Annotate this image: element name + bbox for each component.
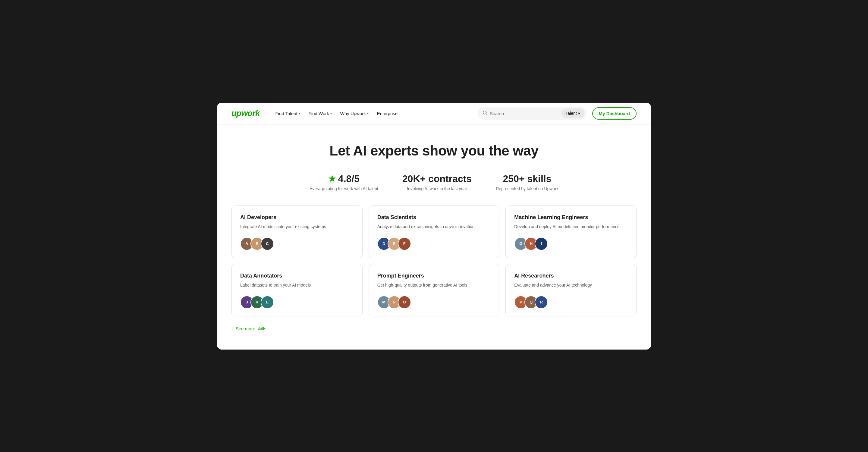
chevron-down-icon: ▾ (367, 112, 369, 115)
card-title: AI Researchers (514, 273, 628, 279)
see-more-label: See more skills (236, 326, 267, 331)
contracts-label: Involving AI work in the last year (407, 186, 467, 191)
card-title: Data Scientists (377, 214, 491, 221)
card-desc: Label datasets to train your AI models (240, 282, 354, 288)
rating-number: 4.8/5 (338, 173, 360, 185)
stat-rating: ★ 4.8/5 Average rating for work with AI … (310, 173, 378, 191)
nav-find-talent[interactable]: Find Talent ▾ (272, 108, 304, 119)
nav-links: Find Talent ▾ Find Work ▾ Why Upwork ▾ E… (272, 108, 401, 119)
svg-line-1 (486, 114, 487, 115)
upwork-logo[interactable]: upwork (231, 108, 260, 118)
card-title: AI Developers (240, 214, 354, 221)
arrow-down-icon: ↓ (231, 326, 234, 331)
talent-filter-dropdown[interactable]: Talent ▾ (561, 108, 584, 118)
navbar: upwork Find Talent ▾ Find Work ▾ Why Upw… (217, 103, 651, 124)
card-title: Machine Learning Engineers (514, 214, 628, 221)
card-desc: Evaluate and advance your AI technology (514, 282, 628, 288)
card-desc: Develop and deploy AI models and monitor… (514, 224, 628, 230)
search-icon (483, 110, 487, 116)
nav-why-upwork[interactable]: Why Upwork ▾ (337, 108, 372, 119)
card-title: Prompt Engineers (377, 273, 491, 279)
avatar: L (261, 296, 274, 309)
card-avatars: DEF (377, 237, 491, 250)
avatar: I (535, 237, 548, 250)
skills-label: Represented by talent on Upwork (496, 186, 558, 191)
avatar: F (398, 237, 411, 250)
contracts-number: 20K+ contracts (402, 173, 472, 185)
card-desc: Get high-quality outputs from generative… (377, 282, 491, 288)
card-ml-engineers[interactable]: Machine Learning Engineers Develop and d… (505, 205, 637, 258)
hero-title: Let AI experts show you the way (231, 142, 637, 159)
cards-grid: AI Developers Integrate AI models into y… (231, 205, 637, 316)
main-content: Let AI experts show you the way ★ 4.8/5 … (217, 124, 651, 350)
avatar: C (261, 237, 274, 250)
card-desc: Integrate AI models into your existing s… (240, 224, 354, 230)
skills-number: 250+ skills (503, 173, 552, 185)
stat-contracts: 20K+ contracts Involving AI work in the … (402, 173, 472, 191)
card-avatars: JKL (240, 296, 354, 309)
chevron-down-icon: ▾ (578, 111, 580, 116)
card-avatars: PQR (514, 296, 628, 309)
stats-row: ★ 4.8/5 Average rating for work with AI … (231, 173, 637, 191)
avatar: R (535, 296, 548, 309)
card-prompt-engineers[interactable]: Prompt Engineers Get high-quality output… (369, 264, 500, 316)
chevron-down-icon: ▾ (299, 112, 300, 115)
star-icon: ★ (328, 174, 336, 184)
rating-label: Average rating for work with AI talent (310, 186, 378, 191)
card-avatars: GHI (514, 237, 628, 250)
card-ai-researchers[interactable]: AI Researchers Evaluate and advance your… (505, 264, 637, 316)
card-title: Data Annotators (240, 273, 354, 279)
search-bar: Talent ▾ (478, 107, 586, 120)
see-more-skills-link[interactable]: ↓ See more skills (231, 326, 637, 331)
card-data-annotators[interactable]: Data Annotators Label datasets to train … (231, 264, 363, 316)
card-ai-developers[interactable]: AI Developers Integrate AI models into y… (231, 205, 363, 258)
nav-enterprise[interactable]: Enterprise (373, 108, 401, 119)
chevron-down-icon: ▾ (330, 112, 332, 115)
dashboard-button[interactable]: My Dashboard (592, 107, 637, 120)
search-input[interactable] (490, 111, 559, 116)
card-avatars: ABC (240, 237, 354, 250)
card-data-scientists[interactable]: Data Scientists Analyze data and extract… (369, 205, 500, 258)
nav-find-work[interactable]: Find Work ▾ (305, 108, 336, 119)
avatar: O (398, 296, 411, 309)
card-desc: Analyze data and extract insights to dri… (377, 224, 491, 230)
stat-skills: 250+ skills Represented by talent on Upw… (496, 173, 558, 191)
browser-window: upwork Find Talent ▾ Find Work ▾ Why Upw… (217, 103, 651, 350)
card-avatars: MNO (377, 296, 491, 309)
